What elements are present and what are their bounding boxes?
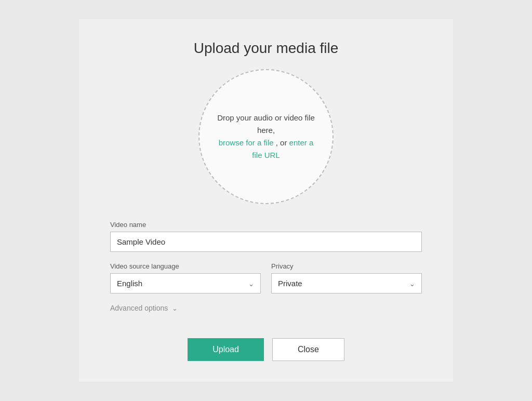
form-section: Video name Video source language English… xyxy=(110,221,422,328)
drop-zone-text: Drop your audio or video file here, brow… xyxy=(215,112,317,162)
advanced-options-toggle[interactable]: Advanced options ⌄ xyxy=(110,304,422,312)
privacy-label: Privacy xyxy=(271,262,422,270)
privacy-select[interactable]: Private Public Unlisted xyxy=(272,274,421,293)
video-name-label: Video name xyxy=(110,221,422,229)
close-button[interactable]: Close xyxy=(272,338,344,361)
drop-zone-text-before: Drop your audio or video file here, xyxy=(217,113,315,135)
drop-zone[interactable]: Drop your audio or video file here, brow… xyxy=(198,69,334,204)
button-row: Upload Close xyxy=(188,338,344,361)
video-name-input[interactable] xyxy=(110,232,422,252)
language-field-group: Video source language English French Spa… xyxy=(110,262,261,293)
language-select-wrapper[interactable]: English French Spanish German Japanese C… xyxy=(110,273,261,293)
advanced-options-label: Advanced options xyxy=(110,304,168,312)
advanced-options-chevron-icon: ⌄ xyxy=(172,304,178,312)
dropdowns-row: Video source language English French Spa… xyxy=(110,262,422,293)
drop-zone-text-middle: , or xyxy=(276,138,287,147)
dialog-title: Upload your media file xyxy=(194,40,339,57)
privacy-select-wrapper[interactable]: Private Public Unlisted ⌄ xyxy=(271,273,422,293)
browse-for-file-link[interactable]: browse for a file xyxy=(219,138,274,147)
upload-dialog: Upload your media file Drop your audio o… xyxy=(79,19,453,382)
language-label: Video source language xyxy=(110,262,261,270)
language-select[interactable]: English French Spanish German Japanese C… xyxy=(111,274,260,293)
upload-button[interactable]: Upload xyxy=(188,338,264,361)
privacy-field-group: Privacy Private Public Unlisted ⌄ xyxy=(271,262,422,293)
